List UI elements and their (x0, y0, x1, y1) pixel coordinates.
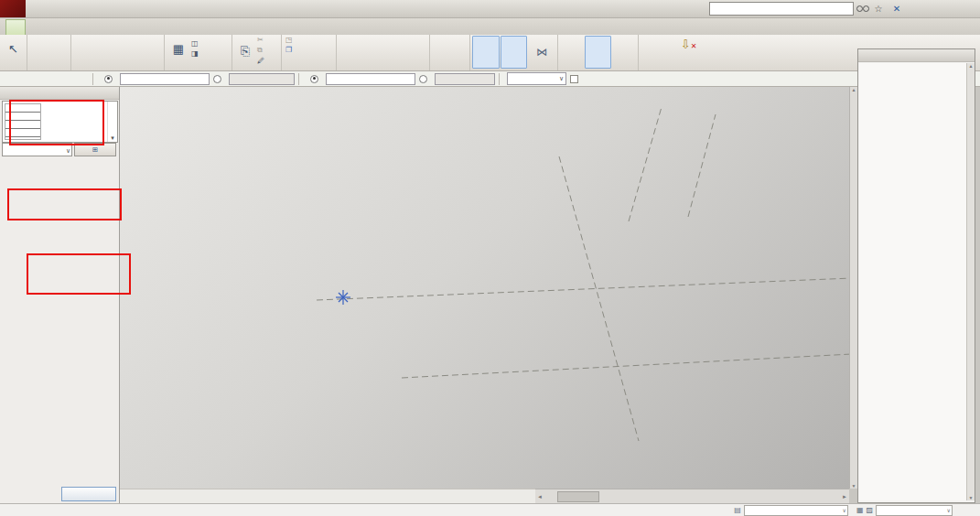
fill-pattern-button[interactable] (585, 36, 612, 69)
edit-type-button[interactable] (74, 143, 116, 156)
favorites-star-icon[interactable]: ☆ (872, 4, 885, 14)
modify-button[interactable]: ↖ (2, 36, 25, 61)
join-geometry-icon: ❐ (285, 46, 292, 54)
v-distance-radio[interactable] (419, 75, 427, 83)
title-bar: ☆ ✕ (0, 0, 980, 18)
divided-surface-model[interactable] (120, 87, 849, 489)
properties-caption (0, 87, 119, 100)
ribbon-tab-row (0, 18, 980, 35)
reference-planes (317, 107, 849, 441)
tab-modify-contextual[interactable] (5, 19, 26, 35)
type-selector-dropdown-icon[interactable]: ▾ (107, 102, 117, 142)
type-selector[interactable]: ▾ (2, 101, 118, 143)
project-browser-tree (859, 63, 967, 500)
infocenter: ☆ ✕ (709, 2, 980, 16)
maximize-button[interactable] (941, 2, 957, 16)
instance-parameter-checkbox[interactable] (570, 75, 578, 83)
set-workplane-button[interactable]: ▦ (167, 36, 190, 61)
intersects-icon: ⋈ (536, 47, 547, 58)
ribbon: ↖ ▦ ◫ ◨ (0, 35, 980, 71)
paste-button[interactable]: ⎘ (234, 38, 256, 63)
project-browser-caption (858, 49, 975, 62)
scroll-left-icon[interactable]: ◄ (535, 494, 544, 500)
panel-uv-grids: ⋈ (470, 35, 558, 70)
project-browser-scrollbar[interactable]: ▲▼ (966, 63, 975, 500)
apply-button[interactable] (61, 487, 116, 501)
canvas-horizontal-scrollbar[interactable]: ◄ ► (535, 489, 849, 503)
app-logo-icon[interactable] (0, 0, 26, 17)
panel-select: ↖ (0, 35, 27, 70)
show-workplane-icon: ◫ (191, 39, 199, 48)
v-number-input[interactable] (326, 73, 415, 85)
project-browser: ▲▼ (857, 48, 975, 503)
scrollbar-thumb[interactable] (557, 491, 599, 502)
canvas-vertical-scrollbar[interactable]: ▲▼ (849, 87, 857, 489)
panel-workplane: ▦ ◫ ◨ (165, 35, 232, 70)
load-into-project-close-icon: ⇩✕ (681, 38, 697, 52)
properties-palette: ▾ (0, 87, 120, 504)
modify-cursor-icon: ↖ (8, 43, 18, 55)
search-input[interactable] (709, 2, 854, 16)
status-bar: ▤ ▦ ▨ (0, 503, 980, 516)
copy-icon[interactable]: ⧉ (257, 46, 264, 55)
view-control-bar (120, 489, 535, 503)
u-number-input[interactable] (120, 73, 210, 85)
match-properties-icon[interactable]: 🖉 (257, 57, 264, 65)
reference-point-gizmo[interactable] (336, 290, 350, 305)
panel-clipboard: ⎘ ✂ ⧉ 🖉 (232, 35, 282, 70)
component-button[interactable] (612, 36, 636, 69)
cut-geometry-button[interactable]: ◳ (285, 36, 294, 44)
panel-draw (71, 35, 165, 70)
join-geometry-button[interactable]: ❐ (285, 46, 293, 54)
exchange-apps-icon[interactable]: ✕ (890, 4, 903, 14)
drawing-area-3d-view[interactable] (120, 87, 849, 489)
u-number-radio[interactable] (104, 75, 113, 83)
panel-modify (337, 35, 430, 70)
u-distance-input (229, 73, 295, 85)
v-number-radio[interactable] (310, 75, 318, 83)
search-icon[interactable] (856, 4, 869, 14)
worksets-combo[interactable] (744, 505, 848, 516)
element-filter-combo[interactable] (2, 143, 72, 156)
panel-properties (27, 35, 71, 70)
scroll-right-icon[interactable]: ► (840, 494, 849, 500)
exclude-options-icon[interactable]: ▨ (866, 506, 873, 514)
tag-select[interactable] (507, 72, 566, 85)
set-workplane-icon: ▦ (173, 43, 184, 55)
panel-family-editor: ⇩✕ (639, 35, 706, 70)
close-button[interactable] (960, 2, 976, 16)
worksets-icon[interactable]: ▤ (734, 506, 741, 514)
intersects-button[interactable]: ⋈ (528, 36, 555, 69)
panel-measure (430, 35, 470, 70)
workplane-viewer-button[interactable]: ◨ (191, 49, 199, 58)
paste-icon: ⎘ (241, 45, 250, 57)
v-grid-button[interactable] (501, 36, 528, 69)
type-preview-thumbnail (5, 103, 41, 140)
panel-surface-representation (558, 35, 639, 70)
minimize-button[interactable] (921, 2, 938, 16)
viewer-icon: ◨ (191, 49, 199, 58)
u-distance-radio[interactable] (213, 75, 221, 83)
cut-geometry-icon: ◳ (285, 36, 293, 44)
show-workplane-button[interactable]: ◫ (191, 39, 199, 48)
cut-icon[interactable]: ✂ (257, 36, 264, 44)
load-into-project-button[interactable] (641, 36, 669, 61)
surface-button[interactable] (560, 36, 584, 69)
v-distance-input (435, 73, 495, 85)
panel-geometry: ◳ ❐ (282, 35, 337, 70)
editable-only-icon[interactable]: ▦ (856, 506, 864, 514)
design-options-combo[interactable] (876, 505, 953, 516)
options-bar (0, 71, 980, 87)
load-into-project-close-button[interactable]: ⇩✕ (673, 36, 705, 61)
u-grid-button[interactable] (472, 36, 500, 69)
